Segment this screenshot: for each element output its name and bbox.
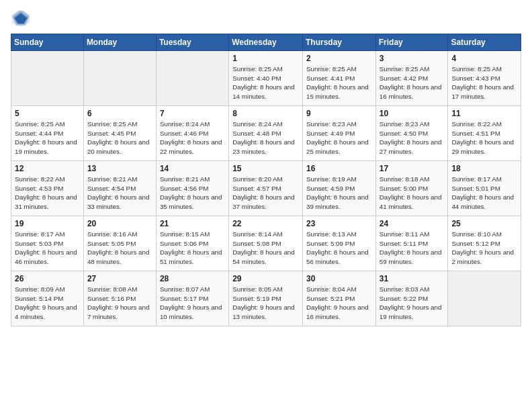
day-info: Sunrise: 8:18 AM Sunset: 5:00 PM Dayligh… bbox=[380, 175, 445, 212]
logo-icon bbox=[11, 8, 31, 28]
day-info: Sunrise: 8:22 AM Sunset: 4:53 PM Dayligh… bbox=[15, 175, 80, 212]
day-info: Sunrise: 8:23 AM Sunset: 4:49 PM Dayligh… bbox=[306, 120, 372, 156]
calendar-cell: 3Sunrise: 8:25 AM Sunset: 4:42 PM Daylig… bbox=[375, 51, 448, 106]
day-number: 6 bbox=[87, 109, 152, 118]
day-number: 23 bbox=[306, 219, 372, 228]
day-number: 19 bbox=[15, 219, 80, 228]
day-number: 7 bbox=[160, 109, 225, 118]
day-info: Sunrise: 8:10 AM Sunset: 5:12 PM Dayligh… bbox=[451, 230, 517, 267]
day-number: 12 bbox=[15, 164, 80, 173]
calendar-cell: 31Sunrise: 8:03 AM Sunset: 5:22 PM Dayli… bbox=[375, 271, 448, 326]
day-number: 13 bbox=[87, 164, 152, 173]
calendar-cell: 8Sunrise: 8:24 AM Sunset: 4:48 PM Daylig… bbox=[229, 106, 303, 161]
day-number: 30 bbox=[306, 274, 372, 283]
day-info: Sunrise: 8:03 AM Sunset: 5:22 PM Dayligh… bbox=[380, 285, 445, 322]
calendar-cell: 22Sunrise: 8:14 AM Sunset: 5:08 PM Dayli… bbox=[229, 216, 303, 271]
calendar-cell: 1Sunrise: 8:25 AM Sunset: 4:40 PM Daylig… bbox=[229, 51, 303, 106]
weekday-header: Friday bbox=[375, 34, 448, 51]
weekday-header: Wednesday bbox=[229, 34, 303, 51]
day-info: Sunrise: 8:24 AM Sunset: 4:48 PM Dayligh… bbox=[232, 120, 299, 156]
day-info: Sunrise: 8:21 AM Sunset: 4:54 PM Dayligh… bbox=[87, 175, 152, 212]
weekday-header: Thursday bbox=[303, 34, 376, 51]
calendar-week: 26Sunrise: 8:09 AM Sunset: 5:14 PM Dayli… bbox=[11, 271, 521, 326]
page: SundayMondayTuesdayWednesdayThursdayFrid… bbox=[0, 0, 532, 411]
day-number: 5 bbox=[15, 109, 80, 118]
calendar-week: 1Sunrise: 8:25 AM Sunset: 4:40 PM Daylig… bbox=[11, 51, 521, 106]
calendar-cell: 9Sunrise: 8:23 AM Sunset: 4:49 PM Daylig… bbox=[303, 106, 376, 161]
calendar-cell: 2Sunrise: 8:25 AM Sunset: 4:41 PM Daylig… bbox=[303, 51, 376, 106]
weekday-header: Monday bbox=[83, 34, 156, 51]
day-info: Sunrise: 8:05 AM Sunset: 5:19 PM Dayligh… bbox=[232, 285, 299, 322]
day-number: 1 bbox=[232, 54, 299, 63]
day-number: 14 bbox=[160, 164, 225, 173]
calendar-cell: 5Sunrise: 8:25 AM Sunset: 4:44 PM Daylig… bbox=[11, 106, 84, 161]
day-info: Sunrise: 8:25 AM Sunset: 4:40 PM Dayligh… bbox=[232, 64, 299, 101]
day-info: Sunrise: 8:08 AM Sunset: 5:16 PM Dayligh… bbox=[87, 285, 152, 322]
calendar-cell: 7Sunrise: 8:24 AM Sunset: 4:46 PM Daylig… bbox=[156, 106, 228, 161]
day-number: 27 bbox=[87, 274, 152, 283]
day-number: 16 bbox=[306, 164, 372, 173]
day-number: 22 bbox=[232, 219, 299, 228]
calendar-cell: 20Sunrise: 8:16 AM Sunset: 5:05 PM Dayli… bbox=[83, 216, 156, 271]
calendar-week: 12Sunrise: 8:22 AM Sunset: 4:53 PM Dayli… bbox=[11, 161, 521, 216]
calendar-cell: 30Sunrise: 8:04 AM Sunset: 5:21 PM Dayli… bbox=[303, 271, 376, 326]
calendar-cell bbox=[11, 51, 84, 106]
calendar-cell: 25Sunrise: 8:10 AM Sunset: 5:12 PM Dayli… bbox=[448, 216, 521, 271]
weekday-header: Sunday bbox=[11, 34, 84, 51]
day-info: Sunrise: 8:23 AM Sunset: 4:50 PM Dayligh… bbox=[380, 120, 445, 156]
day-info: Sunrise: 8:19 AM Sunset: 4:59 PM Dayligh… bbox=[306, 175, 372, 212]
day-info: Sunrise: 8:13 AM Sunset: 5:09 PM Dayligh… bbox=[306, 230, 372, 267]
day-number: 4 bbox=[451, 54, 517, 63]
calendar-cell bbox=[448, 271, 521, 326]
day-number: 8 bbox=[232, 109, 299, 118]
calendar-week: 5Sunrise: 8:25 AM Sunset: 4:44 PM Daylig… bbox=[11, 106, 521, 161]
calendar-cell bbox=[83, 51, 156, 106]
weekday-row: SundayMondayTuesdayWednesdayThursdayFrid… bbox=[11, 34, 521, 51]
day-info: Sunrise: 8:17 AM Sunset: 5:01 PM Dayligh… bbox=[451, 175, 517, 212]
day-number: 3 bbox=[380, 54, 445, 63]
day-number: 11 bbox=[451, 109, 517, 118]
calendar-cell: 16Sunrise: 8:19 AM Sunset: 4:59 PM Dayli… bbox=[303, 161, 376, 216]
day-info: Sunrise: 8:25 AM Sunset: 4:42 PM Dayligh… bbox=[380, 64, 445, 101]
day-number: 20 bbox=[87, 219, 152, 228]
calendar-header: SundayMondayTuesdayWednesdayThursdayFrid… bbox=[11, 34, 521, 51]
day-info: Sunrise: 8:04 AM Sunset: 5:21 PM Dayligh… bbox=[306, 285, 372, 322]
header bbox=[11, 8, 521, 28]
day-info: Sunrise: 8:17 AM Sunset: 5:03 PM Dayligh… bbox=[15, 230, 80, 267]
calendar-cell: 10Sunrise: 8:23 AM Sunset: 4:50 PM Dayli… bbox=[375, 106, 448, 161]
day-number: 26 bbox=[15, 274, 80, 283]
day-number: 17 bbox=[380, 164, 445, 173]
calendar-cell: 26Sunrise: 8:09 AM Sunset: 5:14 PM Dayli… bbox=[11, 271, 84, 326]
day-number: 28 bbox=[160, 274, 225, 283]
calendar-cell: 4Sunrise: 8:25 AM Sunset: 4:43 PM Daylig… bbox=[448, 51, 521, 106]
weekday-header: Tuesday bbox=[156, 34, 228, 51]
day-number: 10 bbox=[380, 109, 445, 118]
day-number: 25 bbox=[451, 219, 517, 228]
calendar-cell: 13Sunrise: 8:21 AM Sunset: 4:54 PM Dayli… bbox=[83, 161, 156, 216]
day-number: 31 bbox=[380, 274, 445, 283]
day-info: Sunrise: 8:25 AM Sunset: 4:45 PM Dayligh… bbox=[87, 120, 152, 156]
calendar-cell: 6Sunrise: 8:25 AM Sunset: 4:45 PM Daylig… bbox=[83, 106, 156, 161]
calendar-cell: 12Sunrise: 8:22 AM Sunset: 4:53 PM Dayli… bbox=[11, 161, 84, 216]
calendar-cell: 19Sunrise: 8:17 AM Sunset: 5:03 PM Dayli… bbox=[11, 216, 84, 271]
calendar-cell: 23Sunrise: 8:13 AM Sunset: 5:09 PM Dayli… bbox=[303, 216, 376, 271]
day-info: Sunrise: 8:25 AM Sunset: 4:44 PM Dayligh… bbox=[15, 120, 80, 156]
day-info: Sunrise: 8:14 AM Sunset: 5:08 PM Dayligh… bbox=[232, 230, 299, 267]
day-info: Sunrise: 8:15 AM Sunset: 5:06 PM Dayligh… bbox=[160, 230, 225, 267]
day-number: 18 bbox=[451, 164, 517, 173]
day-info: Sunrise: 8:22 AM Sunset: 4:51 PM Dayligh… bbox=[451, 120, 517, 156]
calendar-cell: 18Sunrise: 8:17 AM Sunset: 5:01 PM Dayli… bbox=[448, 161, 521, 216]
calendar: SundayMondayTuesdayWednesdayThursdayFrid… bbox=[11, 34, 521, 326]
calendar-cell: 21Sunrise: 8:15 AM Sunset: 5:06 PM Dayli… bbox=[156, 216, 228, 271]
day-info: Sunrise: 8:16 AM Sunset: 5:05 PM Dayligh… bbox=[87, 230, 152, 267]
day-number: 21 bbox=[160, 219, 225, 228]
weekday-header: Saturday bbox=[448, 34, 521, 51]
day-info: Sunrise: 8:09 AM Sunset: 5:14 PM Dayligh… bbox=[15, 285, 80, 322]
calendar-cell: 28Sunrise: 8:07 AM Sunset: 5:17 PM Dayli… bbox=[156, 271, 228, 326]
calendar-cell: 11Sunrise: 8:22 AM Sunset: 4:51 PM Dayli… bbox=[448, 106, 521, 161]
day-number: 2 bbox=[306, 54, 372, 63]
day-info: Sunrise: 8:11 AM Sunset: 5:11 PM Dayligh… bbox=[380, 230, 445, 267]
calendar-body: 1Sunrise: 8:25 AM Sunset: 4:40 PM Daylig… bbox=[11, 51, 521, 326]
day-info: Sunrise: 8:24 AM Sunset: 4:46 PM Dayligh… bbox=[160, 120, 225, 156]
logo bbox=[11, 8, 34, 28]
